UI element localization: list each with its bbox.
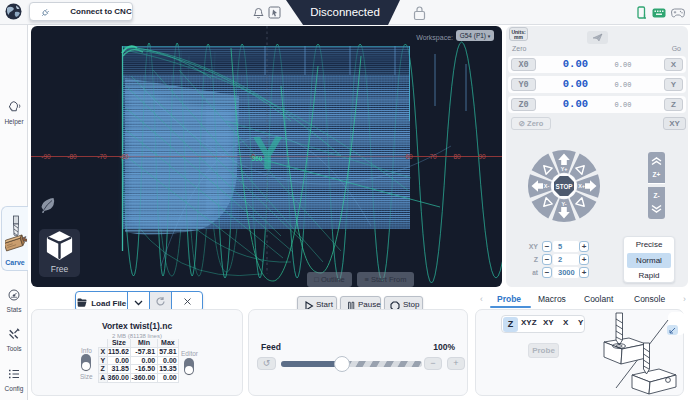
svg-text:X+: X+ [578,183,585,189]
svg-text:70: 70 [429,153,437,160]
svg-text:80: 80 [453,153,461,160]
svg-text:-60: -60 [119,153,129,160]
svg-text:STOP: STOP [555,183,572,190]
svg-text:360: 360 [252,155,263,162]
svg-text:Y+: Y+ [561,166,568,172]
svg-text:Y-: Y- [561,201,566,207]
svg-text:-80: -80 [67,153,77,160]
svg-text:-90: -90 [41,153,51,160]
svg-text:90: 90 [478,153,486,160]
svg-text:-70: -70 [97,153,107,160]
svg-text:Y: Y [252,127,283,179]
svg-text:X-: X- [544,183,550,189]
svg-text:60: 60 [405,153,413,160]
